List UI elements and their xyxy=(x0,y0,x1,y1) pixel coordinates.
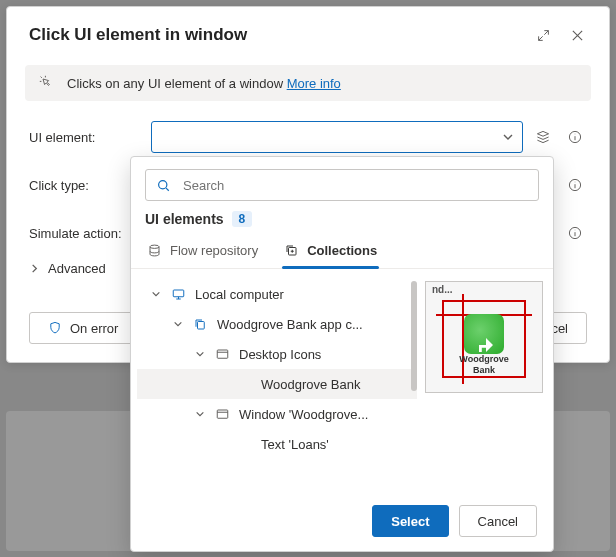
tree[interactable]: Local computerWoodgrove Bank app c...Des… xyxy=(137,279,417,491)
app-icon xyxy=(464,314,504,354)
ui-element-label: UI element: xyxy=(29,130,137,145)
window-icon xyxy=(215,407,231,422)
tree-node[interactable]: Woodgrove Bank xyxy=(137,369,417,399)
shield-icon xyxy=(48,321,62,335)
close-icon[interactable] xyxy=(563,21,591,49)
count-badge: 8 xyxy=(232,211,253,227)
monitor-icon xyxy=(171,287,187,302)
info-bar: Clicks on any UI element of a window Mor… xyxy=(25,65,591,101)
info-icon[interactable] xyxy=(563,221,587,245)
expand-icon[interactable] xyxy=(149,289,163,299)
preview-caption: Woodgrove Bank xyxy=(426,354,542,376)
tree-node[interactable]: Window 'Woodgrove... xyxy=(137,399,417,429)
tree-node[interactable]: Local computer xyxy=(137,279,417,309)
window-icon xyxy=(215,347,231,362)
preview-truncated: nd... xyxy=(432,284,453,295)
dialog-title: Click UI element in window xyxy=(29,25,523,45)
expand-icon[interactable] xyxy=(193,409,207,419)
search-field[interactable] xyxy=(145,169,539,201)
row-ui-element: UI element: xyxy=(29,113,587,161)
cursor-click-icon xyxy=(39,75,55,91)
section-title: UI elements xyxy=(145,211,224,227)
on-error-label: On error xyxy=(70,321,118,336)
tree-node[interactable]: Text 'Loans' xyxy=(137,429,417,459)
section-header: UI elements 8 xyxy=(131,211,553,235)
info-text-prefix: Clicks on any UI element of a window xyxy=(67,76,287,91)
expand-icon[interactable] xyxy=(171,319,185,329)
search-icon xyxy=(156,178,171,193)
svg-point-3 xyxy=(159,180,167,188)
tab-collections[interactable]: Collections xyxy=(282,235,379,268)
select-button[interactable]: Select xyxy=(372,505,448,537)
tree-node-label: Local computer xyxy=(195,287,284,302)
chevron-right-icon xyxy=(29,263,40,274)
tree-node-label: Text 'Loans' xyxy=(261,437,329,452)
info-text: Clicks on any UI element of a window Mor… xyxy=(67,76,341,91)
svg-point-4 xyxy=(150,245,159,248)
search-input[interactable] xyxy=(181,177,528,194)
svg-rect-8 xyxy=(217,350,228,358)
click-type-label: Click type: xyxy=(29,178,137,193)
info-icon[interactable] xyxy=(563,125,587,149)
tab-label: Collections xyxy=(307,243,377,258)
svg-rect-9 xyxy=(217,410,228,418)
tree-node-label: Woodgrove Bank app c... xyxy=(217,317,363,332)
svg-rect-6 xyxy=(173,290,184,297)
expand-icon[interactable] xyxy=(193,349,207,359)
chevron-down-icon xyxy=(502,131,514,143)
tab-label: Flow repository xyxy=(170,243,258,258)
maximize-icon[interactable] xyxy=(529,21,557,49)
tree-node[interactable]: Woodgrove Bank app c... xyxy=(137,309,417,339)
simulate-label: Simulate action: xyxy=(29,226,137,241)
layers-icon[interactable] xyxy=(531,125,555,149)
titlebar: Click UI element in window xyxy=(7,7,609,59)
repository-icon xyxy=(147,243,162,258)
ui-element-combo[interactable] xyxy=(151,121,523,153)
more-info-link[interactable]: More info xyxy=(287,76,341,91)
tab-flow-repository[interactable]: Flow repository xyxy=(145,235,260,268)
advanced-label: Advanced xyxy=(48,261,106,276)
tree-node-label: Window 'Woodgrove... xyxy=(239,407,368,422)
svg-rect-7 xyxy=(198,321,205,329)
picker-footer: Select Cancel xyxy=(131,491,553,551)
tree-node-label: Woodgrove Bank xyxy=(261,377,361,392)
copy-icon xyxy=(193,317,209,332)
on-error-button[interactable]: On error xyxy=(29,312,137,344)
scrollbar[interactable] xyxy=(411,281,417,391)
tree-node-label: Desktop Icons xyxy=(239,347,321,362)
tabs: Flow repository Collections xyxy=(131,235,553,269)
info-icon[interactable] xyxy=(563,173,587,197)
picker-cancel-button[interactable]: Cancel xyxy=(459,505,537,537)
tree-node[interactable]: Desktop Icons xyxy=(137,339,417,369)
collections-icon xyxy=(284,243,299,258)
preview-thumbnail: nd... Woodgrove Bank xyxy=(425,281,543,393)
preview-pane: nd... Woodgrove Bank xyxy=(425,279,545,491)
ui-element-picker: UI elements 8 Flow repository Collection… xyxy=(130,156,554,552)
